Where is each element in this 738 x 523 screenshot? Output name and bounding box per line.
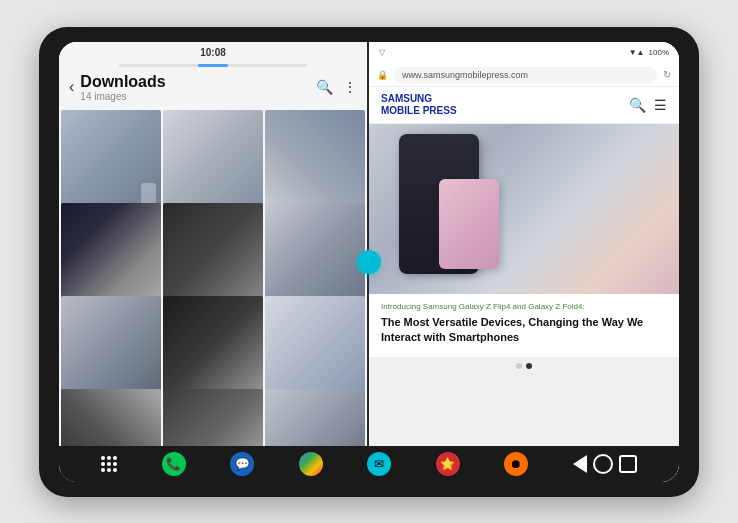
signal-icon: ▼▲	[629, 48, 645, 57]
camera-app-icon[interactable]: ⭐	[436, 452, 460, 476]
hero-image	[369, 124, 679, 294]
samsung-name2: MOBILE PRESS	[381, 105, 457, 117]
url-text: www.samsungmobilepress.com	[402, 70, 528, 80]
article-text: Introducing Samsung Galaxy Z Flip4 and G…	[369, 294, 679, 358]
dot-2[interactable]	[526, 363, 532, 369]
more-options-icon[interactable]: ⋮	[343, 79, 357, 95]
article-intro: Introducing Samsung Galaxy Z Flip4 and G…	[381, 302, 667, 311]
web-content: Introducing Samsung Galaxy Z Flip4 and G…	[369, 124, 679, 453]
lock-icon: 🔒	[377, 70, 388, 80]
right-panel: ▽ ▼▲ 100% 🔒 www.samsungmobilepress.com ↻	[369, 42, 679, 482]
article-title: The Most Versatile Devices, Changing the…	[381, 315, 667, 346]
grid-item[interactable]	[163, 110, 263, 210]
taskbar: 📞 💬 ✉ ⭐ ⏺	[59, 446, 679, 482]
grid-item[interactable]	[61, 110, 161, 210]
phone-container: 10:08 ‹ Downloads 14 images 🔍 ⋮	[29, 17, 709, 507]
scroll-indicator	[119, 64, 307, 67]
grid-item[interactable]	[61, 203, 161, 303]
samsung-header: SAMSUNG MOBILE PRESS 🔍 ☰	[369, 87, 679, 124]
phone-app-icon[interactable]: 📞	[162, 452, 186, 476]
left-status-bar: 10:08	[59, 42, 367, 64]
refresh-icon[interactable]: ↻	[663, 69, 671, 80]
slide-dots	[369, 357, 679, 375]
battery-level: 100%	[649, 48, 669, 57]
samsung-logo: SAMSUNG MOBILE PRESS	[381, 93, 457, 117]
grid-item[interactable]	[61, 296, 161, 396]
right-status-bar: ▽ ▼▲ 100%	[369, 42, 679, 64]
status-icons-left: ▽	[379, 48, 385, 57]
browser-address-bar: 🔒 www.samsungmobilepress.com ↻	[369, 64, 679, 87]
samsung-name: SAMSUNG	[381, 93, 457, 105]
wifi-icon: ▽	[379, 48, 385, 57]
downloads-title: Downloads 14 images	[80, 73, 316, 102]
phone-body: 10:08 ‹ Downloads 14 images 🔍 ⋮	[39, 27, 699, 497]
split-divider[interactable]	[357, 250, 381, 274]
downloads-count: 14 images	[80, 91, 316, 102]
grid-item[interactable]	[265, 110, 365, 210]
settings-app-icon[interactable]: ⏺	[504, 452, 528, 476]
status-icons-right: ▼▲ 100%	[629, 48, 669, 57]
left-panel: 10:08 ‹ Downloads 14 images 🔍 ⋮	[59, 42, 369, 482]
email-app-icon[interactable]: ✉	[367, 452, 391, 476]
messages-app-icon[interactable]: 💬	[230, 452, 254, 476]
samsung-header-icons: 🔍 ☰	[629, 97, 667, 113]
grid-item[interactable]	[163, 203, 263, 303]
grid-item[interactable]	[265, 296, 365, 396]
status-time: 10:08	[200, 47, 226, 58]
dot-1[interactable]	[516, 363, 522, 369]
url-display[interactable]: www.samsungmobilepress.com	[394, 67, 657, 83]
phone-hero-device	[399, 134, 479, 274]
grid-item[interactable]	[265, 203, 365, 303]
downloads-header: ‹ Downloads 14 images 🔍 ⋮	[59, 67, 367, 108]
back-nav-icon[interactable]	[573, 455, 587, 473]
grid-item[interactable]	[163, 296, 263, 396]
chrome-app-icon[interactable]	[299, 452, 323, 476]
search-icon[interactable]: 🔍	[316, 79, 333, 95]
nav-buttons	[573, 454, 637, 474]
hamburger-icon[interactable]: ☰	[654, 97, 667, 113]
site-search-icon[interactable]: 🔍	[629, 97, 646, 113]
home-nav-icon[interactable]	[593, 454, 613, 474]
header-icons: 🔍 ⋮	[316, 79, 357, 95]
app-drawer-icon[interactable]	[101, 456, 117, 472]
image-grid	[59, 108, 367, 482]
phone-screen: 10:08 ‹ Downloads 14 images 🔍 ⋮	[59, 42, 679, 482]
recents-nav-icon[interactable]	[619, 455, 637, 473]
back-button[interactable]: ‹	[69, 78, 74, 96]
downloads-heading: Downloads	[80, 73, 316, 91]
